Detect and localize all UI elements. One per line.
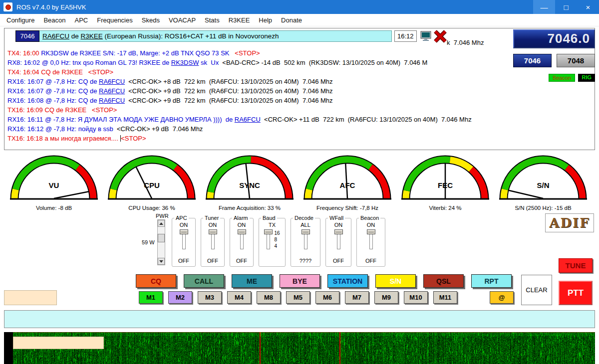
gauge-caption: S/N (2500 Hz): -15 dB (494, 205, 592, 211)
menu-item-stats[interactable]: Stats (200, 14, 224, 26)
beacon-indicator[interactable]: Beacon (549, 74, 575, 82)
beacon-switch[interactable] (367, 229, 375, 249)
slider-down-arrow[interactable] (158, 258, 165, 265)
menu-item-voacap[interactable]: VOACAP (164, 14, 200, 26)
popup-text: de (69, 32, 81, 40)
rpt-button[interactable]: RPT (471, 274, 512, 288)
group-title: Alarm (232, 215, 250, 221)
callsign-link[interactable]: RA6FCU (99, 97, 125, 104)
switch-top-label: ON (172, 222, 195, 228)
m6-button[interactable]: M6 (315, 291, 339, 304)
menu-item-beacon[interactable]: Beacon (39, 14, 70, 26)
gauge-s-n: S/NS/N (2500 Hz): -15 dB (494, 152, 592, 211)
callsign-link[interactable]: RA6FCU (99, 78, 125, 85)
at-button[interactable]: @ (490, 291, 514, 304)
switch-top-label: ON (326, 222, 351, 228)
vfo-a-button[interactable]: 7046 (513, 54, 552, 67)
callsign-link[interactable]: RA6FCU (235, 116, 261, 123)
menu-item-frequencies[interactable]: Frequencies (92, 14, 137, 26)
waterfall-display[interactable] (4, 332, 595, 364)
wfall-switch[interactable] (334, 229, 343, 249)
switch-top-label: TX (259, 222, 285, 228)
callsign-link[interactable]: RA6FCU (42, 32, 69, 40)
rig-indicator[interactable]: RIG (578, 74, 595, 82)
slider-thumb[interactable] (158, 234, 165, 242)
close-popup-icon[interactable] (433, 30, 447, 43)
menu-item-donate[interactable]: Donate (277, 14, 306, 26)
m5-button[interactable]: M5 (286, 291, 310, 304)
tx-message-input[interactable] (4, 310, 595, 328)
group-title: APC (174, 215, 189, 221)
log-line: TX16: 16:18 а мы иногда играемся.... <ST… (7, 134, 594, 143)
title-bar: ROS v7.4.0 by EA5HVK — □ × (0, 0, 599, 14)
gauge-caption: Frequency Shift: -7,8 Hz (299, 205, 396, 211)
switch-bottom-label: OFF (201, 258, 224, 264)
clear-button[interactable]: CLEAR (521, 275, 552, 305)
apc-switch[interactable] (180, 229, 188, 249)
tuner-switch[interactable] (209, 229, 217, 249)
callsign-field[interactable] (4, 290, 57, 305)
vfo-b-button[interactable]: 7048 (557, 54, 595, 67)
m7-button[interactable]: M7 (345, 291, 369, 304)
svg-text:VU: VU (49, 181, 59, 189)
toggle-group-decode: DecodeALL???? (291, 218, 320, 267)
monitor-icon[interactable] (420, 31, 432, 42)
macro-buttons-row2: M1M2M3M4M8M5M6M7M9M10M11@ (139, 291, 514, 304)
switch-top-label: ON (201, 222, 224, 228)
menu-item-configure[interactable]: Configure (2, 14, 39, 26)
m10-button[interactable]: M10 (404, 291, 428, 304)
m8-button[interactable]: M8 (257, 291, 281, 304)
log-line: RX8: 16:02 @ 0,0 Hz: tnx qso Roman GL 73… (7, 58, 594, 67)
switch-bottom-label: OFF (172, 258, 195, 264)
pwr-label: PWR (156, 213, 169, 219)
baud-switch[interactable] (264, 229, 273, 249)
popup-frequency: 7046 (15, 30, 39, 42)
cq-button[interactable]: CQ (136, 274, 176, 288)
qsl-button[interactable]: QSL (423, 274, 464, 288)
tune-button[interactable]: TUNE (559, 258, 593, 273)
me-button[interactable]: ME (232, 274, 272, 288)
menu-item-r3kee[interactable]: R3KEE (224, 14, 255, 26)
minimize-button[interactable]: — (533, 0, 555, 14)
gauges: VUVolume: -8 dBCPUCPU Usage: 36 %SYNCFra… (5, 152, 592, 211)
gauge-caption: Volume: -8 dB (5, 205, 103, 211)
callsign-link[interactable]: RK3DSW (171, 59, 199, 66)
slider-up-arrow[interactable] (158, 220, 165, 227)
menu-item-apc[interactable]: APC (70, 14, 92, 26)
maximize-button[interactable]: □ (555, 0, 577, 14)
toggle-groups: APCONOFFTunerONOFFAlarmONOFFBaudTX1684De… (172, 218, 385, 267)
call-button[interactable]: CALL (184, 274, 224, 288)
toggle-group-tuner: TunerONOFF (201, 218, 225, 267)
adif-button[interactable]: ADIF (545, 213, 594, 232)
bye-button[interactable]: BYE (280, 274, 320, 288)
gauge-fec: FECViterbi: 24 % (396, 152, 494, 211)
message-log[interactable]: 7046 RA6FCU de R3KEE (European Russia): … (4, 28, 595, 150)
log-line: RX16: 16:11 @ -7,8 Hz: Я ДУМАЛ ЭТА МОДА … (7, 115, 594, 124)
menu-item-skeds[interactable]: Skeds (137, 14, 164, 26)
ptt-button[interactable]: PTT (559, 281, 593, 305)
callsign-link[interactable]: RA6FCU (99, 87, 125, 95)
gauge-caption: CPU Usage: 36 % (103, 205, 201, 211)
group-title: Tuner (203, 215, 220, 221)
close-button[interactable]: × (577, 0, 599, 14)
power-slider[interactable] (157, 219, 165, 265)
m3-button[interactable]: M3 (198, 291, 222, 304)
menu-item-help[interactable]: Help (254, 14, 277, 26)
m11-button[interactable]: M11 (433, 291, 457, 304)
switch-bottom-label: ???? (291, 258, 320, 264)
alarm-switch[interactable] (238, 229, 246, 249)
m9-button[interactable]: M9 (374, 291, 398, 304)
decode-switch[interactable] (301, 229, 310, 249)
gauge-caption: Frame Acquisition: 33 % (201, 205, 299, 211)
menu-bar: ConfigureBeaconAPCFrequenciesSkedsVOACAP… (0, 14, 599, 26)
callsign-link[interactable]: R3KEE (81, 32, 103, 40)
m4-button[interactable]: M4 (227, 291, 251, 304)
m1-button[interactable]: M1 (139, 291, 163, 304)
s-n-button[interactable]: S/N (375, 274, 416, 288)
log-line: RX16: 16:07 @ -7,8 Hz: CQ de RA6FCU <CRC… (7, 77, 594, 86)
station-button[interactable]: STATION (327, 274, 368, 288)
m2-button[interactable]: M2 (168, 291, 192, 304)
app-icon (3, 2, 12, 11)
log-line: TX16: 16:09 CQ de R3KEE <STOP> (7, 105, 594, 115)
group-title: Decode (293, 215, 315, 221)
